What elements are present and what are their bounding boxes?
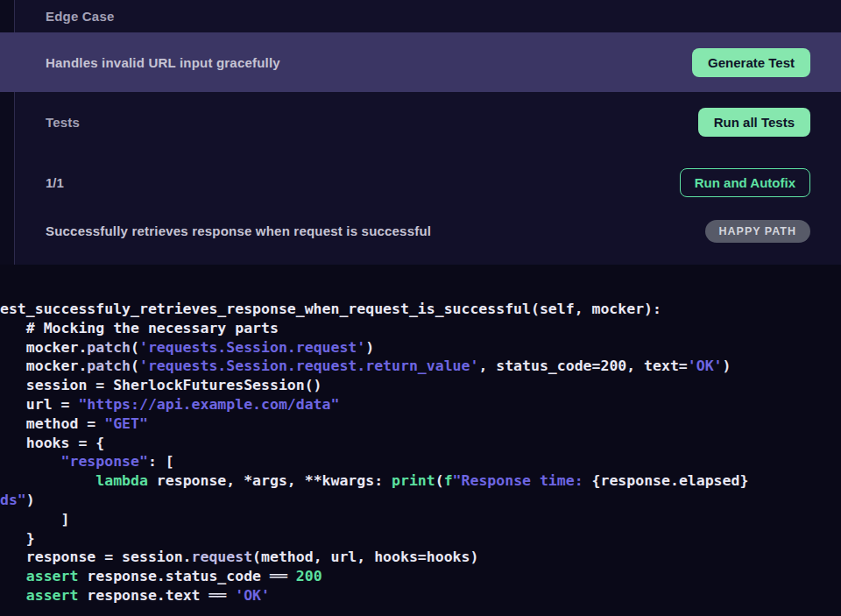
- app-window: Edge Case Handles invalid URL input grac…: [0, 0, 841, 616]
- code-line: mocker.patch('requests.Session.request'): [0, 338, 841, 358]
- happy-path-badge: HAPPY PATH: [705, 220, 811, 243]
- test-result-title: Successfully retrieves response when req…: [46, 223, 431, 238]
- code-line: mocker.patch('requests.Session.request.r…: [0, 357, 841, 376]
- test-row-invalid-url[interactable]: Handles invalid URL input gracefully Gen…: [0, 32, 841, 92]
- code-line: # Mocking the necessary parts: [0, 319, 841, 338]
- code-line: session = SherlockFuturesSession(): [0, 376, 841, 395]
- code-line: url = "https://api.example.com/data": [0, 395, 841, 414]
- panel-content: Edge Case Handles invalid URL input grac…: [15, 0, 841, 265]
- code-line: est_successfuly_retrieves_response_when_…: [0, 300, 841, 319]
- code-line: assert response.status_code ══ 200: [0, 567, 841, 586]
- code-line: response = session.request(method, url, …: [0, 548, 841, 567]
- code-line: lambda response, *args, **kwargs: print(…: [0, 471, 841, 491]
- generate-test-button[interactable]: Generate Test: [692, 48, 810, 77]
- run-and-autofix-button[interactable]: Run and Autofix: [680, 168, 810, 197]
- code-line: hooks = {: [0, 434, 841, 453]
- test-count: 1/1: [46, 175, 64, 190]
- code-line: assert response.text ══ 'OK': [0, 586, 841, 605]
- code-line: }: [0, 529, 841, 549]
- code-line: ds"): [0, 491, 841, 510]
- test-row-title: Handles invalid URL input gracefully: [46, 55, 280, 70]
- test-progress-row: 1/1 Run and Autofix: [15, 152, 841, 213]
- tests-section-label: Tests: [46, 115, 80, 130]
- code-editor-pane[interactable]: est_successfuly_retrieves_response_when_…: [0, 265, 841, 616]
- code-line: "response": [: [0, 452, 841, 471]
- code-line: ]: [0, 510, 841, 529]
- tests-section-row: Tests Run all Tests: [15, 92, 841, 152]
- test-list-panel: Edge Case Handles invalid URL input grac…: [0, 0, 841, 265]
- code-line: method = "GET": [0, 414, 841, 434]
- edge-case-section-row: Edge Case: [15, 0, 841, 32]
- edge-case-section-label: Edge Case: [46, 9, 115, 24]
- code-lines[interactable]: est_successfuly_retrieves_response_when_…: [0, 300, 841, 605]
- test-result-row[interactable]: Successfully retrieves response when req…: [15, 213, 841, 249]
- run-all-tests-button[interactable]: Run all Tests: [698, 108, 810, 137]
